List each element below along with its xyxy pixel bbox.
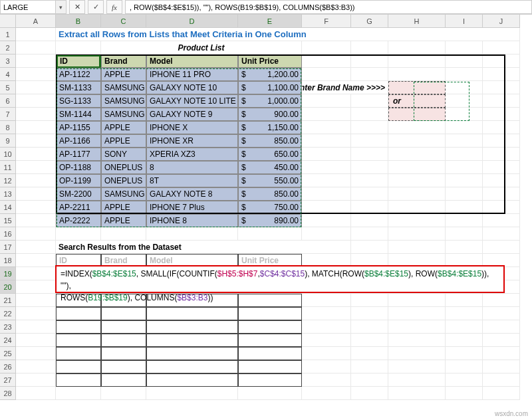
cell-I25[interactable] <box>446 347 483 360</box>
cell-F24[interactable] <box>302 334 351 347</box>
row-head-4[interactable]: 4 <box>0 68 16 81</box>
cell-F16[interactable] <box>302 227 351 241</box>
cell-E15[interactable]: $890.00 <box>238 214 302 227</box>
cell-B12[interactable]: OP-1199 <box>56 174 101 187</box>
cell-F22[interactable] <box>302 307 351 320</box>
cell-D26[interactable] <box>146 360 238 373</box>
cell-G15[interactable] <box>351 214 388 227</box>
cell-G13[interactable] <box>351 187 388 201</box>
cell-D28[interactable] <box>146 387 238 400</box>
cell-D4[interactable]: IPHONE 11 PRO <box>146 68 238 81</box>
cell-F9[interactable] <box>302 134 351 148</box>
cell-H13[interactable] <box>388 187 446 201</box>
cell-I13[interactable] <box>446 187 483 201</box>
cell-A23[interactable] <box>16 320 56 334</box>
cell-G3[interactable] <box>351 54 388 68</box>
cell-A19[interactable] <box>16 267 56 280</box>
cell-B1[interactable]: Extract all Rows from Lists that Meet Cr… <box>56 28 520 41</box>
cell-G2[interactable] <box>351 41 388 54</box>
col-head-D[interactable]: D <box>146 15 238 28</box>
cell-G7[interactable] <box>351 108 388 121</box>
cell-C13[interactable]: SAMSUNG <box>101 187 146 201</box>
cell-D11[interactable]: 8 <box>146 161 238 174</box>
cell-H20[interactable] <box>388 280 446 294</box>
cell-A11[interactable] <box>16 161 56 174</box>
cell-B24[interactable] <box>56 334 101 347</box>
cell-H24[interactable] <box>388 334 446 347</box>
cell-B6[interactable]: SG-1133 <box>56 94 101 108</box>
cell-H25[interactable] <box>388 347 446 360</box>
cell-F4[interactable] <box>302 68 351 81</box>
cell-I19[interactable] <box>446 267 483 280</box>
cell-A1[interactable] <box>16 28 56 41</box>
cell-E9[interactable]: $850.00 <box>238 134 302 148</box>
cell-C19[interactable] <box>101 267 146 280</box>
cell-I10[interactable] <box>446 148 483 161</box>
cell-F26[interactable] <box>302 360 351 373</box>
cell-A13[interactable] <box>16 187 56 201</box>
cell-C3[interactable]: Brand <box>101 54 146 68</box>
cell-E24[interactable] <box>238 334 302 347</box>
col-head-B[interactable]: B <box>56 15 101 28</box>
cell-C26[interactable] <box>101 360 146 373</box>
cell-G6[interactable] <box>351 94 388 108</box>
cell-B2[interactable] <box>56 41 101 54</box>
cell-I22[interactable] <box>446 307 483 320</box>
cell-J16[interactable] <box>483 227 520 241</box>
cell-G22[interactable] <box>351 307 388 320</box>
cell-H2[interactable] <box>388 41 446 54</box>
cell-C21[interactable] <box>101 294 146 307</box>
cell-B25[interactable] <box>56 347 101 360</box>
cell-E21[interactable] <box>238 294 302 307</box>
cell-B20[interactable] <box>56 280 101 294</box>
col-head-H[interactable]: H <box>388 15 446 28</box>
cell-E8[interactable]: $1,150.00 <box>238 121 302 134</box>
cell-F27[interactable] <box>302 373 351 387</box>
cell-H10[interactable] <box>388 148 446 161</box>
cell-E6[interactable]: $1,000.00 <box>238 94 302 108</box>
cell-D15[interactable]: IPHONE 8 <box>146 214 238 227</box>
cell-E7[interactable]: $900.00 <box>238 108 302 121</box>
cell-G9[interactable] <box>351 134 388 148</box>
row-head-27[interactable]: 27 <box>0 373 16 387</box>
row-head-20[interactable]: 20 <box>0 280 16 294</box>
cell-F13[interactable] <box>302 187 351 201</box>
cell-D8[interactable]: IPHONE X <box>146 121 238 134</box>
cell-G18[interactable] <box>351 254 388 267</box>
cell-D22[interactable] <box>146 307 238 320</box>
cell-D6[interactable]: GALAXY NOTE 10 LITE <box>146 94 238 108</box>
select-all-corner[interactable] <box>0 15 16 28</box>
col-head-F[interactable]: F <box>302 15 351 28</box>
cell-A2[interactable] <box>16 41 56 54</box>
cell-A28[interactable] <box>16 387 56 400</box>
cell-G16[interactable] <box>351 227 388 241</box>
cell-C22[interactable] <box>101 307 146 320</box>
cell-I28[interactable] <box>446 387 483 400</box>
cell-J7[interactable] <box>483 108 520 121</box>
cell-I11[interactable] <box>446 161 483 174</box>
cell-C16[interactable] <box>101 227 146 241</box>
row-head-11[interactable]: 11 <box>0 161 16 174</box>
cell-B11[interactable]: OP-1188 <box>56 161 101 174</box>
cell-F10[interactable] <box>302 148 351 161</box>
cell-I21[interactable] <box>446 294 483 307</box>
cell-G24[interactable] <box>351 334 388 347</box>
cell-H28[interactable] <box>388 387 446 400</box>
cell-I16[interactable] <box>446 227 483 241</box>
row-head-18[interactable]: 18 <box>0 254 16 267</box>
cell-J3[interactable] <box>483 54 520 68</box>
cell-B21[interactable] <box>56 294 101 307</box>
cell-G12[interactable] <box>351 174 388 187</box>
cell-A25[interactable] <box>16 347 56 360</box>
cell-C14[interactable]: APPLE <box>101 201 146 214</box>
cell-I18[interactable] <box>446 254 483 267</box>
cell-F25[interactable] <box>302 347 351 360</box>
cell-H26[interactable] <box>388 360 446 373</box>
cell-F12[interactable] <box>302 174 351 187</box>
cell-E22[interactable] <box>238 307 302 320</box>
cell-B15[interactable]: AP-2222 <box>56 214 101 227</box>
cell-A24[interactable] <box>16 334 56 347</box>
cell-H9[interactable] <box>388 134 446 148</box>
cell-J10[interactable] <box>483 148 520 161</box>
cell-J8[interactable] <box>483 121 520 134</box>
